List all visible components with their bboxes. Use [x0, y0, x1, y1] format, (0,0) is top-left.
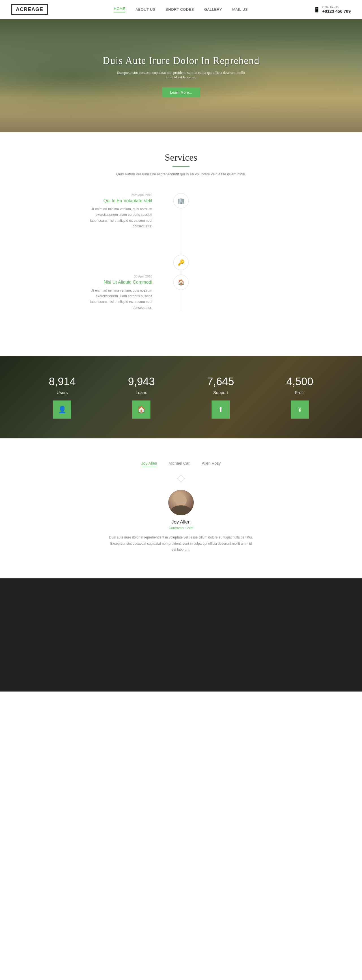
stat-users: 8,914 Users 👤 [49, 375, 76, 418]
team-tab-indicator [177, 474, 185, 482]
stat-profit-label: Profit [286, 390, 313, 395]
timeline-icon-2: 🏠 [173, 275, 189, 290]
nav-about[interactable]: ABOUT US [135, 7, 155, 11]
stat-support-icon: ⬆ [211, 401, 230, 418]
avatar [168, 490, 194, 515]
timeline-title-2: Nisi Ut Aliquid Commodi [82, 280, 152, 285]
nav-shortcodes[interactable]: SHORT CODES [166, 7, 194, 11]
stat-loans: 9,943 Loans 🏠 [128, 375, 155, 418]
stat-users-icon: 👤 [53, 401, 71, 418]
team-member-bio: Duis aute irure dolor in reprehenderit i… [108, 535, 254, 553]
hero-section: Duis Aute Irure Dolor In Reprehend Excep… [0, 19, 362, 132]
timeline-icon-row: 🔑 [82, 252, 280, 275]
services-timeline: 25th April 2016 Qui In Ea Voluptate Veli… [82, 193, 280, 310]
hero-title: Duis Aute Irure Dolor In Reprehend [103, 54, 260, 67]
services-subtitle: Quis autem vel eum iure reprehenderit qu… [11, 172, 351, 176]
team-tabs: Joy Allen Michael Carl Allen Rosy [11, 461, 351, 467]
call-number: +0123 456 789 [322, 9, 351, 14]
timeline-text-2: Ut enim ad minima veniam, quis nostrum e… [82, 288, 152, 311]
hero-learn-more-button[interactable]: Learn More... [162, 88, 200, 97]
footer [0, 578, 362, 692]
avatar-body [171, 506, 191, 515]
stat-loans-icon: 🏠 [132, 401, 151, 418]
team-tab-michael[interactable]: Michael Carl [168, 461, 191, 467]
phone-icon: 📱 [314, 6, 320, 13]
team-member-role: Contractor Chief [11, 526, 351, 530]
stat-support-number: 7,645 [207, 375, 234, 388]
timeline-content-2: 30 April 2016 Nisi Ut Aliquid Commodi Ut… [82, 275, 169, 311]
stat-profit-number: 4,500 [286, 375, 313, 388]
team-tab-allen[interactable]: Allen Rosy [202, 461, 221, 467]
nav-mail[interactable]: MAIL US [232, 7, 248, 11]
stat-loans-number: 9,943 [128, 375, 155, 388]
stat-loans-label: Loans [128, 390, 155, 395]
team-member-name: Joy Allen [11, 519, 351, 525]
avatar-image [168, 490, 194, 515]
avatar-face [175, 495, 187, 506]
call-info: 📱 Call- To -Us +0123 456 789 [314, 5, 351, 14]
stat-users-number: 8,914 [49, 375, 76, 388]
stat-support-label: Support [207, 390, 234, 395]
services-title: Services [11, 152, 351, 163]
nav-gallery[interactable]: GALLERY [204, 7, 222, 11]
stat-profit-icon: ¥ [291, 401, 309, 418]
team-section: Joy Allen Michael Carl Allen Rosy Joy Al… [0, 438, 362, 578]
services-section: Services Quis autem vel eum iure reprehe… [0, 132, 362, 356]
stats-section: 8,914 Users 👤 9,943 Loans 🏠 7,645 Suppor… [0, 356, 362, 438]
timeline-date-2: 30 April 2016 [82, 275, 152, 278]
logo[interactable]: ACREAGE [11, 4, 48, 15]
stat-support: 7,645 Support ⬆ [207, 375, 234, 418]
stat-users-label: Users [49, 390, 76, 395]
services-divider [173, 166, 189, 167]
timeline-icon-1: 🏢 [173, 193, 189, 208]
team-tab-joy[interactable]: Joy Allen [141, 461, 157, 467]
timeline-text-1: Ut enim ad minima veniam, quis nostrum e… [82, 206, 152, 229]
timeline-item-1: 25th April 2016 Qui In Ea Voluptate Veli… [82, 193, 280, 229]
nav-home[interactable]: HOME [114, 6, 125, 13]
call-label: Call- To -Us [322, 5, 351, 9]
timeline-icon-key: 🔑 [173, 255, 189, 270]
timeline-content-1: 25th April 2016 Qui In Ea Voluptate Veli… [82, 193, 169, 229]
nav: HOME ABOUT US SHORT CODES GALLERY MAIL U… [114, 6, 248, 13]
header: ACREAGE HOME ABOUT US SHORT CODES GALLER… [0, 0, 362, 19]
stat-profit: 4,500 Profit ¥ [286, 375, 313, 418]
timeline-date-1: 25th April 2016 [82, 193, 152, 197]
hero-subtitle: Excepteur sint occaecat cupidatat non pr… [113, 70, 249, 80]
timeline-title-1: Qui In Ea Voluptate Velit [82, 198, 152, 204]
timeline-item-2: 30 April 2016 Nisi Ut Aliquid Commodi Ut… [82, 275, 280, 311]
